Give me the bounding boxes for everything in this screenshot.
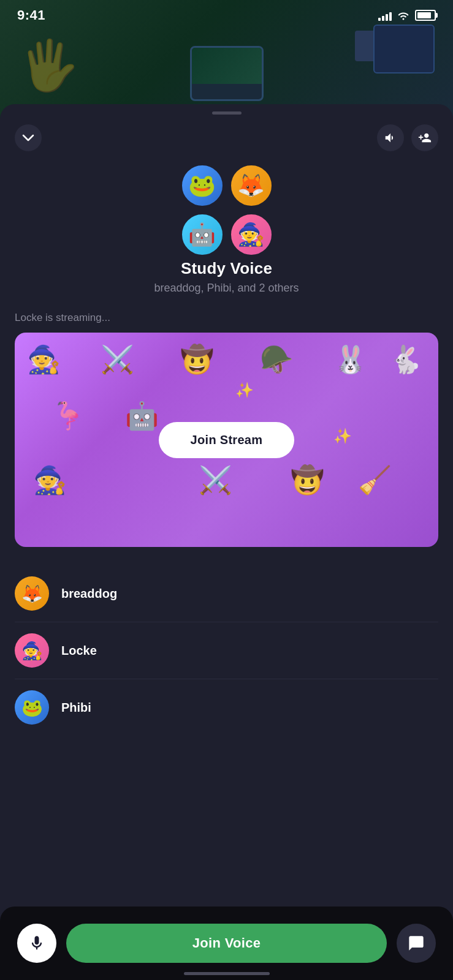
avatar-grid: 🐸 🦊 🤖 🧙: [180, 164, 273, 249]
member-name-phibi: Phibi: [61, 701, 91, 715]
chevron-down-button[interactable]: [15, 124, 42, 151]
sticker-bunny: 🐰: [333, 344, 367, 375]
channel-members: breaddog, Phibi, and 2 others: [25, 282, 428, 295]
avatar-1: 🐸: [180, 164, 224, 208]
join-stream-button[interactable]: Join Stream: [159, 422, 295, 458]
member-avatar-phibi: 🐸: [15, 690, 49, 725]
sheet-header: [0, 115, 453, 151]
sticker-bot: 🤖: [125, 400, 159, 432]
join-voice-button[interactable]: Join Voice: [66, 924, 387, 963]
member-name-breaddog: breaddog: [61, 587, 117, 601]
add-user-button[interactable]: [411, 124, 438, 151]
home-indicator: [184, 972, 270, 975]
bottom-sheet: 🐸 🦊 🤖 🧙 Study Voice breaddog, Phibi, and…: [0, 104, 453, 980]
streaming-section: Locke is streaming... 🧙 ⚔️ 🤠 🪖 🐰 🐇 🦩 🤖 🧙…: [15, 312, 438, 547]
stream-preview: 🧙 ⚔️ 🤠 🪖 🐰 🐇 🦩 🤖 🧙 ⚔️ 🤠 🧹 ✨ ✨ Join Strea…: [15, 333, 438, 547]
microphone-button[interactable]: [17, 924, 56, 963]
avatar-2: 🦊: [229, 164, 273, 208]
member-avatar-locke: 🧙: [15, 633, 49, 668]
members-list: 🦊 breaddog 🧙 Locke 🐸 Phibi: [0, 565, 453, 736]
bg-monitor-decoration: [190, 46, 264, 101]
signal-bar-3: [386, 14, 388, 21]
channel-info: Study Voice breaddog, Phibi, and 2 other…: [0, 259, 453, 295]
signal-bar-4: [389, 12, 392, 21]
bg-screen-decoration: [373, 24, 435, 74]
battery-fill: [417, 12, 431, 18]
status-icons: [378, 10, 436, 21]
sticker-wizard2: 🧙: [33, 464, 67, 496]
bg-hand-decoration: 🖐: [18, 37, 80, 94]
avatars-cluster: 🐸 🦊 🤖 🧙: [0, 164, 453, 249]
sticker-cowboy2: 🤠: [291, 464, 324, 496]
member-item: 🐸 Phibi: [15, 679, 438, 736]
sticker-knight2: ⚔️: [199, 464, 232, 496]
sticker-pink-blob: 🦩: [51, 400, 85, 432]
status-time: 9:41: [17, 7, 45, 23]
header-right-icons: [377, 124, 438, 151]
member-avatar-breaddog: 🦊: [15, 576, 49, 611]
sticker-knight: ⚔️: [101, 344, 134, 375]
sticker-cowboy: 🤠: [180, 344, 214, 375]
sticker-witch: 🧹: [358, 464, 392, 496]
signal-bar-1: [378, 18, 381, 21]
member-name-locke: Locke: [61, 644, 97, 658]
bottom-bar: Join Voice: [0, 907, 453, 980]
member-item: 🧙 Locke: [15, 622, 438, 679]
streaming-label: Locke is streaming...: [15, 312, 438, 324]
sticker-helmet: 🪖: [260, 344, 294, 375]
member-item: 🦊 breaddog: [15, 565, 438, 622]
signal-bar-2: [382, 16, 384, 21]
sticker-rabbit: 🐇: [389, 344, 422, 375]
wifi-icon: [397, 10, 410, 20]
sticker-sparkle1: ✨: [235, 382, 254, 399]
sticker-sparkle2: ✨: [333, 428, 352, 445]
channel-name: Study Voice: [25, 259, 428, 278]
chat-button[interactable]: [397, 924, 436, 963]
sticker-wizard: 🧙: [27, 344, 61, 375]
avatar-4: 🧙: [229, 213, 273, 257]
battery-icon: [415, 10, 436, 21]
sound-button[interactable]: [377, 124, 404, 151]
avatar-3: 🤖: [180, 213, 224, 257]
status-bar: 9:41: [0, 0, 453, 31]
signal-bars-icon: [378, 10, 392, 21]
